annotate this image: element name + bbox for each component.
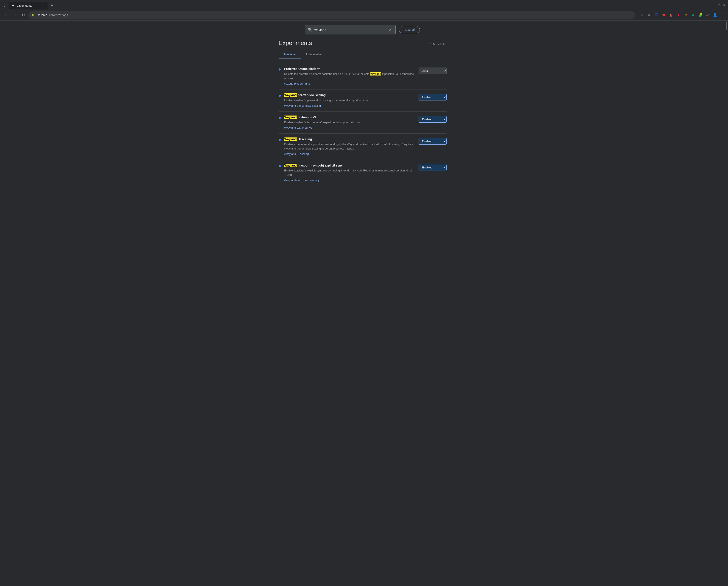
flag-link[interactable]: #wayland-linux-drm-syncobj: [284, 179, 319, 182]
page-title: Experiments: [279, 39, 312, 47]
forward-button[interactable]: →: [11, 11, 18, 19]
ext-icon-balance[interactable]: ⚖: [705, 12, 711, 18]
flag-name: Wayland per-window scaling: [284, 94, 415, 97]
flag-description: Enable experimental support for text sca…: [284, 142, 415, 151]
flag-status-dot: [279, 95, 281, 97]
flag-description: Enable Wayland's text-input-v3 experimen…: [284, 120, 415, 125]
flag-list: Preferred Ozone platform Selects the pre…: [279, 63, 447, 186]
svg-point-1: [32, 15, 33, 16]
bitwarden-icon[interactable]: 🛡: [653, 12, 659, 18]
flag-link[interactable]: #wayland-text-input-v3: [284, 126, 312, 129]
reset-all-button[interactable]: Reset all: [399, 26, 420, 33]
ext-icon-avatar[interactable]: 👤: [712, 12, 718, 18]
address-bar: ← → ↻ Chrome chrome://flags ☆ ≡ 🛡 ⬟ 🦌 ♥ …: [0, 9, 728, 21]
tab-close-button[interactable]: ×: [41, 3, 45, 8]
version-text: 135.0.7014.0: [430, 43, 447, 46]
flag-status-dot: [279, 165, 281, 167]
search-bar-wrap: 🔍 ✕ Reset all: [279, 25, 447, 34]
flag-item: Wayland UI scaling Enable experimental s…: [279, 134, 447, 160]
ext-icon-heart[interactable]: ♥: [675, 12, 681, 18]
flag-item: Wayland linux-drm-syncobj explicit sync …: [279, 160, 447, 186]
flag-name: Wayland UI scaling: [284, 137, 415, 141]
flag-select[interactable]: Default Enabled Disabled: [419, 164, 447, 171]
ext-icon-puzzle[interactable]: 🧩: [697, 12, 703, 18]
main-content: 🔍 ✕ Reset all Experiments 135.0.7014.0 A…: [0, 21, 728, 586]
flag-status-dot: [279, 117, 281, 119]
flag-link[interactable]: #wayland-per-window-scaling: [284, 104, 321, 107]
back-button[interactable]: ←: [3, 11, 9, 19]
tabs-row: Available Unavailable: [279, 50, 447, 59]
ext-icon-teal[interactable]: ◆: [690, 12, 696, 18]
browser-window: ⌄ ⚑ Experiments × + − □ × ← → ↻: [0, 0, 728, 586]
flag-description: Enable Wayland's explicit sync support u…: [284, 168, 415, 177]
new-tab-button[interactable]: +: [48, 2, 55, 9]
flag-link[interactable]: #wayland-ui-scaling: [284, 152, 309, 156]
scrollbar-thumb[interactable]: [726, 22, 727, 30]
flag-control: Default Auto X11 Wayland: [419, 68, 447, 74]
flag-info: Wayland per-window scaling Enable Waylan…: [284, 94, 415, 108]
tab-title: Experiments: [17, 4, 39, 7]
flag-item: Wayland text-input-v3 Enable Wayland's t…: [279, 112, 447, 134]
search-input[interactable]: [315, 28, 385, 32]
tab-unavailable[interactable]: Unavailable: [301, 50, 327, 59]
tab-controls-left: ⌄: [2, 3, 7, 8]
search-input-wrap: 🔍 ✕: [305, 25, 396, 34]
flag-name: Wayland linux-drm-syncobj explicit sync: [284, 164, 415, 167]
search-icon: 🔍: [308, 28, 312, 32]
ext-icon-red[interactable]: ⬟: [661, 12, 667, 18]
flag-item: Preferred Ozone platform Selects the pre…: [279, 63, 447, 89]
flag-status-dot: [279, 139, 281, 141]
page-header: Experiments 135.0.7014.0: [279, 39, 447, 47]
tab-favicon: ⚑: [11, 4, 15, 7]
ext-icon-pen[interactable]: ✏: [683, 12, 689, 18]
address-icons: ☆ ≡ 🛡 ⬟ 🦌 ♥ ✏ ◆ 🧩 ⚖ 👤 ⋮: [639, 12, 725, 18]
flag-select[interactable]: Default Auto X11 Wayland: [419, 68, 447, 74]
address-input-wrap[interactable]: Chrome chrome://flags: [28, 11, 635, 19]
flag-select[interactable]: Default Enabled Disabled: [419, 138, 447, 144]
flag-name: Wayland text-input-v3: [284, 115, 415, 119]
flag-item: Wayland per-window scaling Enable Waylan…: [279, 89, 447, 112]
flag-description: Selects the preferred platform backend u…: [284, 72, 415, 80]
minimize-button[interactable]: −: [711, 3, 716, 8]
flag-control: Default Enabled Disabled: [419, 94, 447, 101]
page-content: 🔍 ✕ Reset all Experiments 135.0.7014.0 A…: [0, 21, 725, 586]
flag-name: Preferred Ozone platform: [284, 67, 415, 71]
flag-info: Wayland text-input-v3 Enable Wayland's t…: [284, 115, 415, 130]
reload-button[interactable]: ↻: [20, 11, 27, 19]
flag-description: Enable Wayland's per-window scaling expe…: [284, 98, 415, 102]
reader-mode-button[interactable]: ≡: [646, 12, 652, 18]
close-window-button[interactable]: ×: [722, 3, 726, 8]
scrollbar[interactable]: [725, 21, 728, 586]
flag-info: Preferred Ozone platform Selects the pre…: [284, 67, 415, 85]
tab-dropdown-button[interactable]: ⌄: [2, 3, 7, 8]
maximize-button[interactable]: □: [717, 3, 721, 8]
flag-control: Default Enabled Disabled: [419, 116, 447, 123]
ext-icon-deer[interactable]: 🦌: [668, 12, 674, 18]
flag-control: Default Enabled Disabled: [419, 138, 447, 144]
flag-select[interactable]: Default Enabled Disabled: [419, 116, 447, 123]
flag-info: Wayland linux-drm-syncobj explicit sync …: [284, 164, 415, 182]
flag-select[interactable]: Default Enabled Disabled: [419, 94, 447, 101]
flag-link[interactable]: #ozone-platform-hint: [284, 82, 310, 85]
tab-bar-right: − □ ×: [711, 3, 726, 8]
flag-control: Default Enabled Disabled: [419, 164, 447, 171]
active-tab[interactable]: ⚑ Experiments ×: [9, 2, 48, 9]
flag-status-dot: [279, 69, 281, 71]
chrome-logo-icon: [31, 13, 35, 17]
bookmark-button[interactable]: ☆: [639, 12, 645, 18]
url-display: chrome://flags: [49, 14, 633, 17]
flags-container: 🔍 ✕ Reset all Experiments 135.0.7014.0 A…: [274, 25, 451, 186]
tab-bar: ⌄ ⚑ Experiments × + − □ ×: [0, 0, 728, 9]
brand-name: Chrome: [36, 14, 47, 17]
tab-available[interactable]: Available: [279, 50, 301, 59]
clear-search-button[interactable]: ✕: [387, 27, 393, 32]
chrome-menu-button[interactable]: ⋮: [720, 12, 725, 18]
flag-info: Wayland UI scaling Enable experimental s…: [284, 137, 415, 156]
